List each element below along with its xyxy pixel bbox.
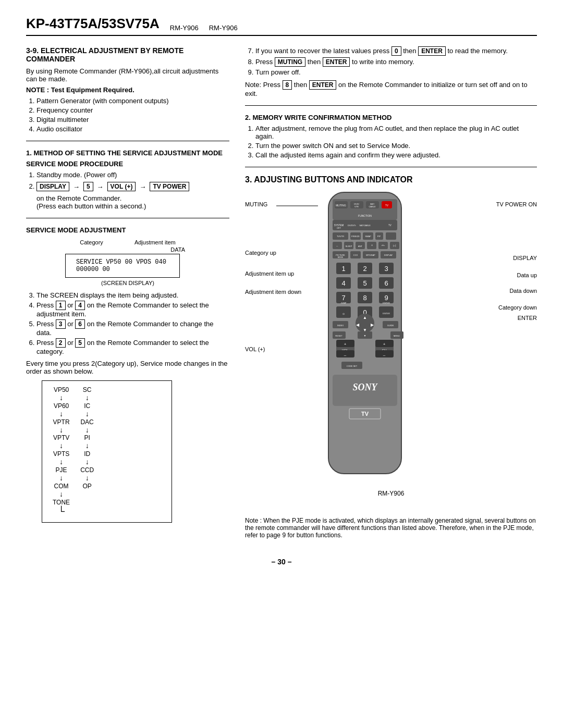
note-pje: Note : When the PJE mode is activated, w… bbox=[245, 517, 537, 539]
right-step-9: Turn power off. bbox=[255, 68, 537, 76]
header: KP-43T75A/53SV75A RM-Y906 RM-Y906 bbox=[26, 16, 537, 36]
section2-step-1: After adjustment, remove the plug from A… bbox=[255, 125, 537, 140]
equipment-item-3: Digital multimeter bbox=[36, 116, 229, 124]
svg-text:7: 7 bbox=[341, 294, 345, 302]
screen-caption: (SCREEN DISPLAY) bbox=[26, 280, 229, 286]
svg-text:–: – bbox=[344, 353, 347, 357]
section39-heading: 3-9. ELECTRICAL ADJUSTMENT BY REMOTE COM… bbox=[26, 46, 229, 63]
svg-text:ch+: ch+ bbox=[382, 244, 385, 246]
step2-note: on the Remote Commander. bbox=[36, 194, 121, 202]
left-column: 3-9. ELECTRICAL ADJUSTMENT BY REMOTE COM… bbox=[26, 46, 229, 542]
svg-text:SLEEP: SLEEP bbox=[346, 245, 352, 248]
key-enter-8: ENTER bbox=[323, 57, 350, 67]
category-label: Category bbox=[80, 239, 103, 245]
flow-id: ID bbox=[84, 450, 90, 458]
right-steps-list: If you want to recover the latest values… bbox=[245, 46, 537, 76]
right-note: Note: Press 8 then ENTER on the Remote C… bbox=[245, 80, 537, 97]
svg-text:8: 8 bbox=[363, 294, 366, 302]
label-adj-item-up: Adjustment item up bbox=[245, 270, 294, 277]
svg-text:+: + bbox=[383, 342, 386, 347]
svg-text:–: – bbox=[383, 353, 386, 357]
svg-text:JUMP: JUMP bbox=[341, 302, 347, 304]
key-display: DISPLAY bbox=[36, 182, 69, 191]
equipment-item-2: Frequency counter bbox=[36, 106, 229, 114]
key-6: 6 bbox=[75, 319, 85, 329]
key-0: 0 bbox=[391, 46, 401, 56]
model-title: KP-43T75A/53SV75A bbox=[26, 16, 160, 32]
arrow-1: → bbox=[73, 183, 80, 191]
page-number: – 30 – bbox=[26, 558, 537, 566]
svg-text:PIP: PIP bbox=[377, 235, 381, 238]
svg-text:MUTING: MUTING bbox=[336, 204, 346, 207]
svg-text:CABLE: CABLE bbox=[369, 205, 375, 208]
label-vol-plus: VOL (+) bbox=[245, 346, 265, 352]
label-data-up: Data up bbox=[517, 272, 537, 278]
step6-pre: Press bbox=[36, 339, 54, 347]
section2-steps: After adjustment, remove the plug from A… bbox=[245, 125, 537, 159]
flow-col-left: VP50 ↓ VP60 ↓ VPTR ↓ VPTV ↓ VPTS ↓ PJE ↓… bbox=[53, 386, 70, 517]
flow-tone: TONE bbox=[53, 499, 70, 506]
svg-text:2: 2 bbox=[363, 265, 366, 273]
svg-text:MODE: MODE bbox=[338, 256, 344, 258]
rm-model-label: RM-Y906 bbox=[378, 490, 405, 497]
svg-text:TV: TV bbox=[361, 411, 369, 417]
flow-vptr: VPTR bbox=[53, 418, 70, 426]
svg-text:9: 9 bbox=[384, 294, 388, 302]
label-enter: ENTER bbox=[518, 315, 537, 321]
flow-com: COM bbox=[54, 483, 69, 490]
svg-text:◀: ◀ bbox=[356, 323, 360, 327]
flow-op: OP bbox=[82, 483, 91, 490]
flow-ic: IC bbox=[84, 402, 90, 410]
svg-text:▲: ▲ bbox=[363, 315, 367, 320]
svg-text:▶: ▶ bbox=[371, 323, 374, 327]
step5-pre: Press bbox=[36, 320, 54, 328]
svc-step-1: Standby mode. (Power off) bbox=[36, 171, 229, 179]
page: KP-43T75A/53SV75A RM-Y906 RM-Y906 3-9. E… bbox=[0, 0, 563, 728]
adj-step-6: Press 2 or 5 on the Remote Commander to … bbox=[36, 338, 229, 355]
rm-label-2: RM-Y906 bbox=[209, 24, 238, 32]
section1-heading: 1. METHOD OF SETTING THE SERVICE ADJUSTM… bbox=[26, 149, 229, 157]
label-adj-item-down: Adjustment item down bbox=[245, 289, 301, 295]
category-note: Every time you press 2(Category up), Ser… bbox=[26, 360, 229, 375]
remote-diagram: MUTING DVD/ VTR SAT/ CABLE TV FUNCTION S… bbox=[245, 190, 537, 513]
right-step-8: Press MUTING then ENTER to write into me… bbox=[255, 57, 537, 67]
svg-text:6: 6 bbox=[384, 279, 388, 287]
divider-2 bbox=[26, 218, 229, 218]
key-3: 3 bbox=[56, 319, 66, 329]
svc-step-2: DISPLAY → 5 → VOL (+) → TV POWER on the … bbox=[36, 182, 229, 210]
key-5: 5 bbox=[83, 182, 93, 191]
screen-line2: 000000 00 bbox=[76, 266, 169, 273]
section2-step-2: Turn the power switch ON and set to Serv… bbox=[255, 142, 537, 150]
equipment-item-1: Pattern Generator (with component output… bbox=[36, 97, 229, 105]
flow-chart: VP50 ↓ VP60 ↓ VPTR ↓ VPTV ↓ VPTS ↓ PJE ↓… bbox=[42, 380, 172, 523]
svg-text:▼: ▼ bbox=[364, 334, 366, 337]
adj-steps-list: The SCREEN displays the item being adjus… bbox=[26, 291, 229, 355]
svc-procedure: DISPLAY → 5 → VOL (+) → TV POWER bbox=[36, 182, 229, 191]
key-2: 2 bbox=[56, 338, 66, 348]
screen-line1: SERVICE VP50 00 VPOS 040 bbox=[76, 258, 169, 266]
svg-text:FUNCTION: FUNCTION bbox=[358, 214, 372, 217]
main-content: 3-9. ELECTRICAL ADJUSTMENT BY REMOTE COM… bbox=[26, 46, 537, 542]
divider-4 bbox=[245, 167, 537, 167]
right-column: If you want to recover the latest values… bbox=[245, 46, 537, 542]
svg-text:VTR: VTR bbox=[354, 205, 359, 208]
right-step-7: If you want to recover the latest values… bbox=[255, 46, 537, 56]
key-enter-note: ENTER bbox=[309, 80, 337, 90]
flow-vp60: VP60 bbox=[54, 402, 69, 410]
equipment-item-4: Audio oscillator bbox=[36, 125, 229, 133]
label-data-down: Data down bbox=[509, 288, 537, 294]
adj-step-5: Press 3 or 6 on the Remote Commander to … bbox=[36, 319, 229, 337]
svc-mode-procedure-heading: SERVICE MODE PROCEDURE bbox=[26, 160, 229, 168]
header-subtitle: RM-Y906 RM-Y906 bbox=[170, 24, 238, 32]
adjustment-item-label: Adjustment item bbox=[134, 239, 176, 245]
key-1: 1 bbox=[56, 301, 66, 310]
svg-text:SAT/CABLE: SAT/CABLE bbox=[359, 224, 371, 227]
section3-heading: 3. ADJUSTING BUTTONS AND INDICATOR bbox=[245, 175, 537, 184]
svg-text:▷|: ▷| bbox=[393, 244, 396, 247]
svg-text:ANT: ANT bbox=[358, 245, 363, 248]
key-tvpower: TV POWER bbox=[150, 182, 189, 191]
key-muting: MUTING bbox=[275, 57, 305, 67]
svg-text:SONY: SONY bbox=[352, 382, 378, 392]
svg-text:1: 1 bbox=[341, 265, 345, 273]
svg-text:ENTER: ENTER bbox=[383, 302, 390, 304]
